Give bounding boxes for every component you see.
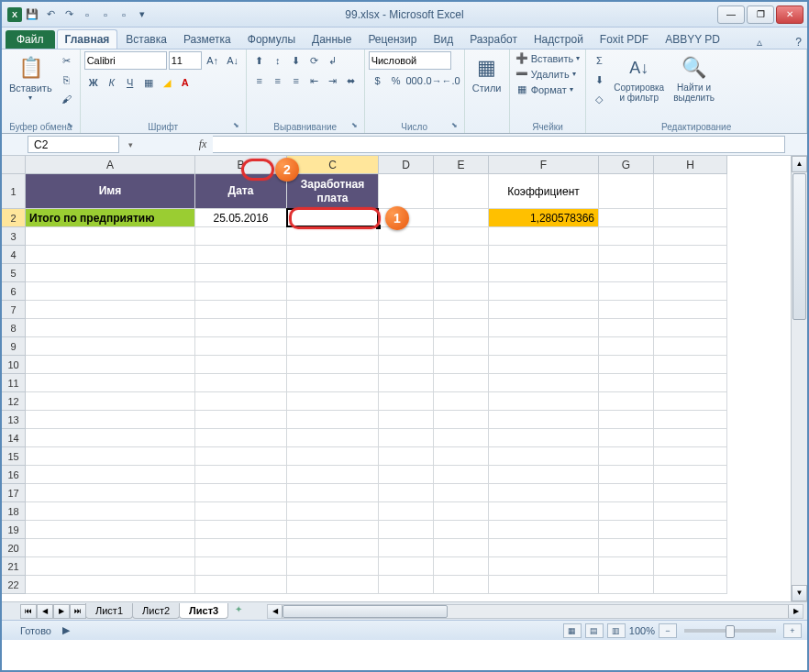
cell-F9[interactable]	[489, 337, 599, 356]
cell-D11[interactable]	[379, 374, 434, 392]
cell-H21[interactable]	[654, 557, 727, 576]
dialog-launcher[interactable]: ⬊	[67, 121, 78, 132]
scroll-right-button[interactable]: ▶	[788, 605, 803, 618]
row-header-21[interactable]: 21	[2, 557, 26, 576]
cell-D19[interactable]	[379, 521, 434, 539]
column-header-B[interactable]: B	[195, 156, 287, 174]
cell-F13[interactable]	[489, 411, 599, 429]
cut-button[interactable]: ✂	[58, 51, 76, 70]
cell-D15[interactable]	[379, 447, 434, 466]
font-color-button[interactable]: A	[176, 73, 194, 92]
cell-G14[interactable]	[599, 429, 654, 447]
cell-H13[interactable]	[654, 411, 727, 429]
row-header-1[interactable]: 1	[2, 174, 26, 209]
format-cells-button[interactable]: ▦Формат▾	[514, 83, 575, 96]
cell-C4[interactable]	[287, 246, 379, 264]
row-header-11[interactable]: 11	[2, 374, 26, 392]
cell-C10[interactable]	[287, 356, 379, 374]
cell-F16[interactable]	[489, 466, 599, 484]
row-header-22[interactable]: 22	[2, 576, 26, 594]
cell-E9[interactable]	[434, 337, 489, 356]
decrease-font-button[interactable]: A↓	[224, 51, 242, 70]
cell-H16[interactable]	[654, 466, 727, 484]
number-format-select[interactable]	[369, 51, 451, 70]
vertical-scrollbar[interactable]: ▲ ▼	[791, 156, 807, 601]
column-header-E[interactable]: E	[434, 156, 489, 174]
cell-F8[interactable]	[489, 319, 599, 337]
cell-C18[interactable]	[287, 502, 379, 521]
cell-G19[interactable]	[599, 521, 654, 539]
cell-F6[interactable]	[489, 282, 599, 301]
cell-D1[interactable]	[379, 174, 434, 209]
cell-E3[interactable]	[434, 227, 489, 246]
cell-C20[interactable]	[287, 539, 379, 557]
cell-A6[interactable]	[26, 282, 195, 301]
tab-home[interactable]: Главная	[57, 29, 118, 49]
cell-E18[interactable]	[434, 502, 489, 521]
scroll-up-button[interactable]: ▲	[792, 156, 807, 172]
cell-B19[interactable]	[195, 521, 287, 539]
view-normal-button[interactable]: ▦	[563, 623, 582, 638]
cell-B21[interactable]	[195, 557, 287, 576]
cell-B16[interactable]	[195, 466, 287, 484]
cell-E7[interactable]	[434, 301, 489, 319]
cell-C19[interactable]	[287, 521, 379, 539]
cell-B1[interactable]: Дата	[195, 174, 287, 209]
cell-C15[interactable]	[287, 447, 379, 466]
cell-A18[interactable]	[26, 502, 195, 521]
cell-B3[interactable]	[195, 227, 287, 246]
cell-F10[interactable]	[489, 356, 599, 374]
fill-button[interactable]: ⬇	[590, 71, 608, 89]
align-left-button[interactable]: ≡	[250, 72, 269, 90]
insert-cells-button[interactable]: ➕Вставить▾	[514, 51, 582, 65]
help-button[interactable]: ?	[795, 36, 802, 49]
column-header-A[interactable]: A	[26, 156, 195, 174]
cell-E11[interactable]	[434, 374, 489, 392]
qat-item[interactable]: ▫	[97, 6, 114, 23]
cell-E5[interactable]	[434, 264, 489, 282]
cell-A21[interactable]	[26, 557, 195, 576]
cell-A17[interactable]	[26, 484, 195, 502]
cell-D4[interactable]	[379, 246, 434, 264]
cell-A10[interactable]	[26, 356, 195, 374]
find-select-button[interactable]: 🔍 Найти и выделить	[670, 51, 718, 105]
cell-D22[interactable]	[379, 576, 434, 594]
cell-F21[interactable]	[489, 557, 599, 576]
sheet-tab[interactable]: Лист2	[132, 603, 180, 619]
cell-H17[interactable]	[654, 484, 727, 502]
cell-B15[interactable]	[195, 447, 287, 466]
cell-C21[interactable]	[287, 557, 379, 576]
row-header-8[interactable]: 8	[2, 319, 26, 337]
row-header-15[interactable]: 15	[2, 447, 26, 466]
cell-D9[interactable]	[379, 337, 434, 356]
qat-undo[interactable]: ↶	[42, 6, 59, 23]
insert-function-button[interactable]: fx	[193, 136, 213, 154]
format-painter-button[interactable]: 🖌	[58, 90, 76, 108]
tab-review[interactable]: Рецензир	[360, 29, 425, 49]
cell-E4[interactable]	[434, 246, 489, 264]
styles-button[interactable]: ▦ Стили	[469, 51, 505, 95]
cell-G15[interactable]	[599, 447, 654, 466]
wrap-text-button[interactable]: ↲	[324, 51, 342, 70]
cell-C17[interactable]	[287, 484, 379, 502]
cell-B7[interactable]	[195, 301, 287, 319]
cell-G17[interactable]	[599, 484, 654, 502]
row-header-6[interactable]: 6	[2, 282, 26, 301]
cell-F2[interactable]: 1,280578366	[489, 209, 599, 227]
cell-D14[interactable]	[379, 429, 434, 447]
cell-G21[interactable]	[599, 557, 654, 576]
cell-F11[interactable]	[489, 374, 599, 392]
cell-D20[interactable]	[379, 539, 434, 557]
tab-abbyy[interactable]: ABBYY PD	[657, 29, 728, 49]
cell-C22[interactable]	[287, 576, 379, 594]
clear-button[interactable]: ◇	[590, 90, 608, 108]
cell-D13[interactable]	[379, 411, 434, 429]
close-button[interactable]: ✕	[776, 6, 803, 24]
cell-F19[interactable]	[489, 521, 599, 539]
cell-G3[interactable]	[599, 227, 654, 246]
align-center-button[interactable]: ≡	[269, 72, 287, 90]
cell-B11[interactable]	[195, 374, 287, 392]
cell-H10[interactable]	[654, 356, 727, 374]
cell-F17[interactable]	[489, 484, 599, 502]
cell-A11[interactable]	[26, 374, 195, 392]
